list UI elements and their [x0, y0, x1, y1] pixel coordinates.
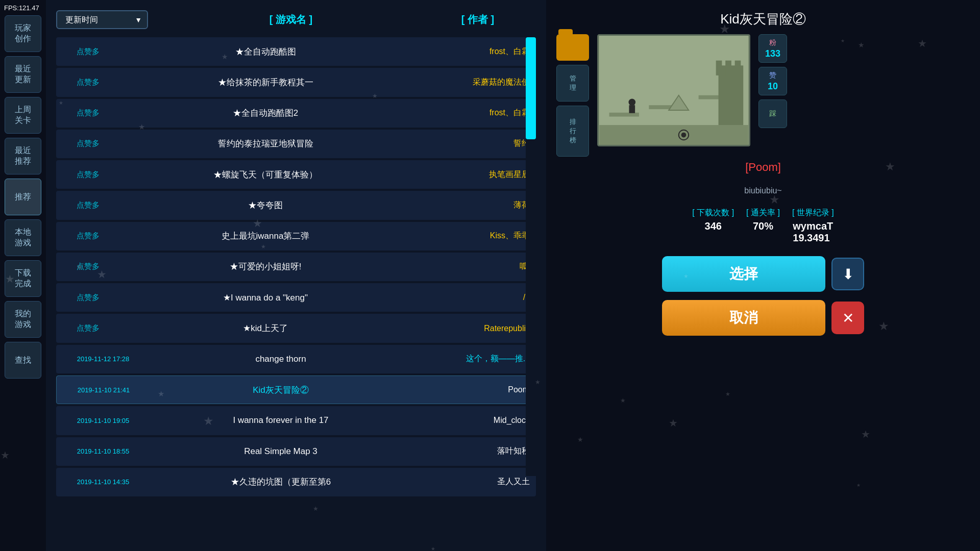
background-star: ★: [67, 549, 74, 551]
cancel-btn-row: 取消 ✕: [662, 296, 864, 340]
row-author: / /: [418, 293, 530, 302]
row-name: ★可爱的小姐姐呀!: [113, 261, 418, 272]
background-star: ★: [158, 389, 164, 398]
background-star: ★: [138, 122, 145, 132]
game-row[interactable]: 点赞多★全自动跑酷图frost、白霜: [56, 37, 536, 66]
svg-point-13: [681, 133, 687, 138]
sidebar-item-local-games[interactable]: 本地游戏: [5, 219, 41, 256]
background-star: ★: [725, 391, 730, 397]
row-author: Raterepublik: [418, 324, 530, 333]
game-row[interactable]: 点赞多誓约的泰拉瑞亚地狱冒险誓约: [56, 130, 536, 158]
zan-label: 赞: [769, 71, 776, 80]
background-star: ★: [222, 53, 228, 61]
background-star: ★: [253, 217, 262, 230]
bottom-stats: [ 下载次数 ] 346 [ 通关率 ] 70% [ 世界纪录 ] wymcaT…: [556, 208, 970, 244]
cai-label: 踩: [769, 109, 776, 118]
game-row[interactable]: 点赞多★kid上天了Raterepublik: [56, 314, 536, 342]
background-star: ★: [918, 37, 927, 49]
fps-counter: FPS:121.47: [4, 4, 39, 12]
sidebar-item-recent-recommend[interactable]: 最近推荐: [5, 138, 41, 174]
background-star: ★: [431, 545, 435, 551]
game-row[interactable]: 2019-11-12 17:28change thorn这个，额——推...: [56, 345, 536, 373]
download-button[interactable]: ⬇: [831, 258, 864, 290]
main-panel: 更新时间 点赞数 下载数 ▼ [ 游戏名 ] [ 作者 ] 点赞多★全自动跑酷图…: [46, 0, 546, 551]
row-tag: 2019-11-12 17:28: [62, 355, 144, 363]
col-author: [ 作者 ]: [422, 13, 534, 27]
row-tag: 2019-11-10 21:41: [63, 386, 144, 394]
game-row[interactable]: 点赞多★全自动跑酷图2frost、白霜: [56, 99, 536, 128]
background-star: ★: [1, 449, 10, 461]
background-star: ★: [878, 319, 889, 333]
game-preview: [597, 34, 750, 146]
game-row[interactable]: 点赞多★夸夸图薄荷: [56, 191, 536, 219]
row-author: frost、白霜: [418, 46, 530, 57]
game-row[interactable]: 2019-11-10 18:55Real Simple Map 3落叶知秋: [56, 437, 536, 466]
game-row[interactable]: 点赞多★给抹茶的新手教程其一采蘑菇的魔法使: [56, 68, 536, 96]
cai-stat[interactable]: 踩: [758, 99, 787, 128]
game-row[interactable]: 点赞多★螺旋飞天（可重复体验）执笔画星辰: [56, 160, 536, 189]
game-row[interactable]: 点赞多★I wanna do a "keng"/ /: [56, 283, 536, 312]
row-author: 誓约: [418, 138, 530, 149]
background-star: ★: [669, 417, 678, 429]
cancel-button[interactable]: 取消: [662, 300, 825, 336]
background-star: ★: [719, 22, 730, 36]
sidebar-item-my-games[interactable]: 我的游戏: [5, 301, 41, 338]
pass-label: [ 通关率 ]: [746, 208, 780, 218]
sidebar-item-player-created[interactable]: 玩家创作: [5, 15, 41, 52]
row-name: 誓约的泰拉瑞亚地狱冒险: [113, 138, 418, 149]
row-author: 执笔画星辰: [418, 169, 530, 180]
svg-rect-8: [735, 61, 741, 76]
record-value: wymcaT 19.3491: [793, 220, 833, 244]
row-author: frost、白霜: [418, 108, 530, 118]
row-tag: 点赞多: [62, 293, 113, 303]
rank-label: 排行榜: [570, 117, 576, 145]
pink-stat[interactable]: 粉 133: [758, 34, 787, 63]
background-star: ★: [620, 397, 626, 404]
row-author: 呱!: [418, 261, 530, 272]
topbar: 更新时间 点赞数 下载数 ▼ [ 游戏名 ] [ 作者 ]: [56, 10, 536, 29]
scrollbar-thumb[interactable]: [526, 37, 536, 139]
row-author: 薄荷: [418, 200, 530, 211]
background-star: ★: [5, 272, 15, 286]
svg-rect-1: [599, 125, 748, 145]
row-name: ★夸夸图: [113, 199, 418, 211]
zan-stat[interactable]: 赞 10: [758, 67, 787, 95]
row-tag: 点赞多: [62, 201, 113, 210]
svg-rect-10: [629, 105, 635, 113]
record-stat: [ 世界纪录 ] wymcaT 19.3491: [792, 208, 834, 244]
row-author: 落叶知秋: [418, 446, 530, 457]
sidebar-item-search[interactable]: 查找: [5, 342, 41, 379]
background-star: ★: [313, 505, 318, 512]
background-star: ★: [261, 243, 266, 250]
game-row[interactable]: 2019-11-10 21:41Kid灰天冒险②Poom: [56, 375, 536, 404]
game-list: 点赞多★全自动跑酷图frost、白霜点赞多★给抹茶的新手教程其一采蘑菇的魔法使点…: [56, 37, 536, 496]
sidebar-item-last-week[interactable]: 上周关卡: [5, 97, 41, 134]
row-name: Kid灰天冒险②: [144, 384, 417, 396]
game-row[interactable]: 2019-11-10 19:05I wanna forever in the 1…: [56, 406, 536, 435]
select-btn-row: 选择 ⬇: [662, 252, 864, 296]
svg-rect-7: [725, 61, 731, 76]
manage-btn[interactable]: 管理: [556, 65, 589, 102]
sort-dropdown-wrapper[interactable]: 更新时间 点赞数 下载数 ▼: [56, 10, 148, 29]
game-row[interactable]: 点赞多★可爱的小姐姐呀!呱!: [56, 253, 536, 281]
close-button[interactable]: ✕: [831, 302, 864, 334]
scrollbar-track[interactable]: [526, 37, 536, 476]
row-name: I wanna forever in the 17: [144, 415, 418, 425]
download-value: 346: [705, 220, 722, 232]
right-panel: Kid灰天冒险② 管理 排行榜: [546, 0, 980, 551]
game-list-container: 点赞多★全自动跑酷图frost、白霜点赞多★给抹茶的新手教程其一采蘑菇的魔法使点…: [56, 37, 536, 517]
background-star: ★: [885, 160, 895, 173]
game-row[interactable]: 2019-11-10 14:35★久违的坑图（更新至第6圣人又土: [56, 468, 536, 496]
sidebar-item-recent-update[interactable]: 最近更新: [5, 56, 41, 93]
row-tag: 点赞多: [62, 231, 113, 241]
sidebar-item-recommend[interactable]: 推荐: [5, 179, 41, 215]
game-row[interactable]: 点赞多史上最坑iwanna第二弹Kiss、乖乖: [56, 222, 536, 251]
row-author: Poom: [417, 385, 529, 394]
background-star: ★: [841, 38, 845, 43]
rank-btn[interactable]: 排行榜: [556, 106, 589, 157]
folder-icon[interactable]: [556, 34, 589, 61]
pass-value: 70%: [753, 220, 773, 232]
background-star: ★: [856, 483, 861, 488]
download-stat: [ 下载次数 ] 346: [692, 208, 734, 244]
sort-dropdown[interactable]: 更新时间 点赞数 下载数: [56, 10, 148, 29]
